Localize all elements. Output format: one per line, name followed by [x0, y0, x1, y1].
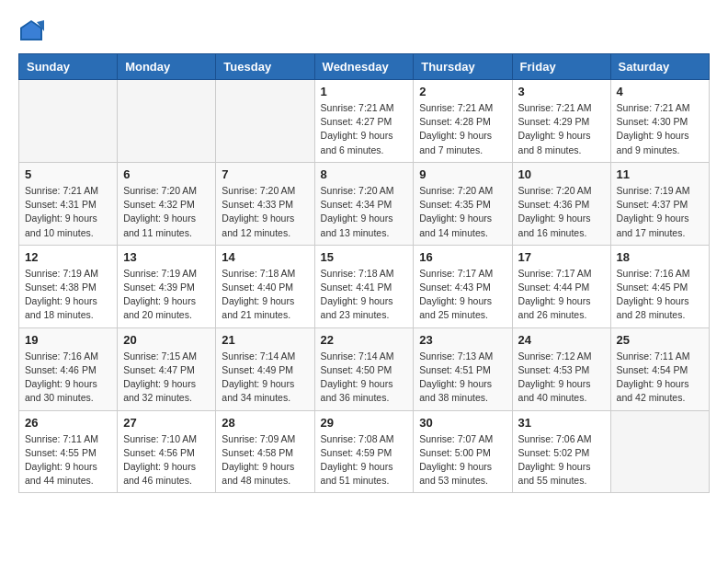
day-info: Sunrise: 7:19 AM Sunset: 4:37 PM Dayligh… — [617, 184, 703, 240]
weekday-header-tuesday: Tuesday — [216, 54, 314, 80]
calendar-cell: 14Sunrise: 7:18 AM Sunset: 4:40 PM Dayli… — [216, 245, 314, 327]
day-number: 22 — [321, 333, 408, 347]
day-info: Sunrise: 7:07 AM Sunset: 5:00 PM Dayligh… — [419, 432, 506, 488]
calendar-cell: 22Sunrise: 7:14 AM Sunset: 4:50 PM Dayli… — [314, 327, 414, 410]
day-number: 28 — [222, 416, 308, 430]
calendar-week-row: 5Sunrise: 7:21 AM Sunset: 4:31 PM Daylig… — [19, 162, 710, 245]
weekday-header-wednesday: Wednesday — [314, 54, 414, 80]
calendar-cell: 1Sunrise: 7:21 AM Sunset: 4:27 PM Daylig… — [314, 80, 414, 163]
day-number: 3 — [518, 85, 605, 98]
day-number: 13 — [123, 250, 210, 264]
day-info: Sunrise: 7:21 AM Sunset: 4:29 PM Dayligh… — [518, 101, 605, 157]
day-info: Sunrise: 7:21 AM Sunset: 4:28 PM Dayligh… — [419, 101, 506, 157]
day-info: Sunrise: 7:17 AM Sunset: 4:44 PM Dayligh… — [518, 267, 605, 323]
day-number: 17 — [518, 250, 605, 264]
day-info: Sunrise: 7:18 AM Sunset: 4:41 PM Dayligh… — [321, 267, 408, 323]
calendar-cell: 11Sunrise: 7:19 AM Sunset: 4:37 PM Dayli… — [610, 162, 709, 245]
day-number: 31 — [518, 416, 605, 430]
day-info: Sunrise: 7:21 AM Sunset: 4:27 PM Dayligh… — [321, 101, 408, 157]
calendar-cell: 5Sunrise: 7:21 AM Sunset: 4:31 PM Daylig… — [19, 162, 118, 245]
calendar-week-row: 12Sunrise: 7:19 AM Sunset: 4:38 PM Dayli… — [19, 245, 710, 327]
calendar-week-row: 1Sunrise: 7:21 AM Sunset: 4:27 PM Daylig… — [19, 80, 710, 163]
calendar-week-row: 26Sunrise: 7:11 AM Sunset: 4:55 PM Dayli… — [19, 410, 710, 493]
day-info: Sunrise: 7:20 AM Sunset: 4:35 PM Dayligh… — [419, 184, 506, 240]
logo — [18, 18, 48, 44]
day-info: Sunrise: 7:14 AM Sunset: 4:50 PM Dayligh… — [321, 350, 408, 406]
day-info: Sunrise: 7:11 AM Sunset: 4:54 PM Dayligh… — [617, 350, 703, 406]
day-number: 8 — [321, 167, 408, 181]
day-number: 23 — [419, 333, 506, 347]
weekday-header-monday: Monday — [118, 54, 216, 80]
calendar-cell: 3Sunrise: 7:21 AM Sunset: 4:29 PM Daylig… — [512, 80, 610, 163]
day-number: 20 — [123, 333, 210, 347]
day-number: 30 — [419, 416, 506, 430]
day-info: Sunrise: 7:09 AM Sunset: 4:58 PM Dayligh… — [222, 432, 308, 488]
day-number: 4 — [617, 85, 703, 98]
day-info: Sunrise: 7:14 AM Sunset: 4:49 PM Dayligh… — [222, 350, 308, 406]
day-info: Sunrise: 7:08 AM Sunset: 4:59 PM Dayligh… — [321, 432, 408, 488]
day-number: 9 — [419, 167, 506, 181]
calendar-cell: 13Sunrise: 7:19 AM Sunset: 4:39 PM Dayli… — [118, 245, 216, 327]
day-info: Sunrise: 7:21 AM Sunset: 4:30 PM Dayligh… — [617, 101, 703, 157]
calendar-week-row: 19Sunrise: 7:16 AM Sunset: 4:46 PM Dayli… — [19, 327, 710, 410]
day-info: Sunrise: 7:19 AM Sunset: 4:38 PM Dayligh… — [25, 267, 111, 323]
day-number: 2 — [419, 85, 506, 98]
calendar-cell: 26Sunrise: 7:11 AM Sunset: 4:55 PM Dayli… — [19, 410, 118, 493]
calendar-cell: 20Sunrise: 7:15 AM Sunset: 4:47 PM Dayli… — [118, 327, 216, 410]
calendar-cell: 2Sunrise: 7:21 AM Sunset: 4:28 PM Daylig… — [414, 80, 512, 163]
calendar-cell: 9Sunrise: 7:20 AM Sunset: 4:35 PM Daylig… — [414, 162, 512, 245]
calendar-cell: 8Sunrise: 7:20 AM Sunset: 4:34 PM Daylig… — [314, 162, 414, 245]
calendar-cell: 7Sunrise: 7:20 AM Sunset: 4:33 PM Daylig… — [216, 162, 314, 245]
day-number: 26 — [25, 416, 111, 430]
day-info: Sunrise: 7:16 AM Sunset: 4:46 PM Dayligh… — [25, 350, 111, 406]
calendar-cell: 18Sunrise: 7:16 AM Sunset: 4:45 PM Dayli… — [610, 245, 709, 327]
calendar-cell: 16Sunrise: 7:17 AM Sunset: 4:43 PM Dayli… — [414, 245, 512, 327]
calendar-cell: 24Sunrise: 7:12 AM Sunset: 4:53 PM Dayli… — [512, 327, 610, 410]
day-number: 5 — [25, 167, 111, 181]
weekday-header-saturday: Saturday — [610, 54, 709, 80]
calendar-cell: 30Sunrise: 7:07 AM Sunset: 5:00 PM Dayli… — [414, 410, 512, 493]
calendar-cell: 23Sunrise: 7:13 AM Sunset: 4:51 PM Dayli… — [414, 327, 512, 410]
day-number: 15 — [321, 250, 408, 264]
calendar-cell: 21Sunrise: 7:14 AM Sunset: 4:49 PM Dayli… — [216, 327, 314, 410]
day-number: 7 — [222, 167, 308, 181]
day-number: 21 — [222, 333, 308, 347]
day-info: Sunrise: 7:17 AM Sunset: 4:43 PM Dayligh… — [419, 267, 506, 323]
day-info: Sunrise: 7:15 AM Sunset: 4:47 PM Dayligh… — [123, 350, 210, 406]
day-number: 24 — [518, 333, 605, 347]
calendar-cell: 31Sunrise: 7:06 AM Sunset: 5:02 PM Dayli… — [512, 410, 610, 493]
day-info: Sunrise: 7:21 AM Sunset: 4:31 PM Dayligh… — [25, 184, 111, 240]
day-info: Sunrise: 7:19 AM Sunset: 4:39 PM Dayligh… — [123, 267, 210, 323]
calendar-cell: 27Sunrise: 7:10 AM Sunset: 4:56 PM Dayli… — [118, 410, 216, 493]
day-number: 25 — [617, 333, 703, 347]
calendar-cell: 10Sunrise: 7:20 AM Sunset: 4:36 PM Dayli… — [512, 162, 610, 245]
day-number: 19 — [25, 333, 111, 347]
day-number: 14 — [222, 250, 308, 264]
calendar-cell — [19, 80, 118, 163]
day-number: 6 — [123, 167, 210, 181]
calendar-cell: 28Sunrise: 7:09 AM Sunset: 4:58 PM Dayli… — [216, 410, 314, 493]
day-info: Sunrise: 7:13 AM Sunset: 4:51 PM Dayligh… — [419, 350, 506, 406]
day-number: 16 — [419, 250, 506, 264]
day-number: 10 — [518, 167, 605, 181]
day-number: 1 — [321, 85, 408, 98]
day-info: Sunrise: 7:11 AM Sunset: 4:55 PM Dayligh… — [25, 432, 111, 488]
logo-icon — [18, 18, 44, 44]
calendar-cell: 15Sunrise: 7:18 AM Sunset: 4:41 PM Dayli… — [314, 245, 414, 327]
weekday-header-friday: Friday — [512, 54, 610, 80]
day-info: Sunrise: 7:20 AM Sunset: 4:36 PM Dayligh… — [518, 184, 605, 240]
calendar-cell: 25Sunrise: 7:11 AM Sunset: 4:54 PM Dayli… — [610, 327, 709, 410]
weekday-header-row: SundayMondayTuesdayWednesdayThursdayFrid… — [19, 54, 710, 80]
calendar-cell — [118, 80, 216, 163]
day-number: 11 — [617, 167, 703, 181]
weekday-header-sunday: Sunday — [19, 54, 118, 80]
calendar-cell: 6Sunrise: 7:20 AM Sunset: 4:32 PM Daylig… — [118, 162, 216, 245]
day-number: 12 — [25, 250, 111, 264]
day-number: 18 — [617, 250, 703, 264]
calendar-cell — [610, 410, 709, 493]
calendar-cell: 19Sunrise: 7:16 AM Sunset: 4:46 PM Dayli… — [19, 327, 118, 410]
day-info: Sunrise: 7:20 AM Sunset: 4:32 PM Dayligh… — [123, 184, 210, 240]
day-info: Sunrise: 7:18 AM Sunset: 4:40 PM Dayligh… — [222, 267, 308, 323]
day-number: 29 — [321, 416, 408, 430]
calendar-cell: 4Sunrise: 7:21 AM Sunset: 4:30 PM Daylig… — [610, 80, 709, 163]
